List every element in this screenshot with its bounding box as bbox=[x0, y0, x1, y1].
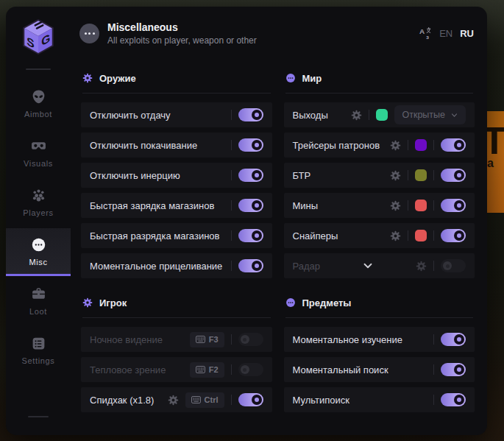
hotkey-badge[interactable]: F2 bbox=[190, 362, 224, 378]
main-panel: Miscellaneous All exploits on player, we… bbox=[71, 7, 487, 435]
toggle-knob bbox=[252, 110, 262, 120]
section-header: Предметы bbox=[285, 294, 474, 311]
feature-label: Ночное видение bbox=[90, 334, 163, 345]
toggle-switch[interactable] bbox=[238, 393, 263, 406]
feature-row: Отключить инерцию bbox=[81, 163, 272, 188]
feature-label: Отключить отдачу bbox=[90, 110, 171, 121]
color-swatch[interactable] bbox=[415, 139, 427, 151]
toggle-switch[interactable] bbox=[441, 393, 466, 406]
section-player: ИгрокНочное видениеF3Тепловое зрениеF2Сп… bbox=[81, 294, 272, 412]
feature-label: Выходы bbox=[293, 110, 328, 121]
gear-icon[interactable] bbox=[168, 395, 179, 406]
sidebar-item-loot[interactable]: Loot bbox=[6, 278, 71, 325]
section-divider bbox=[82, 317, 271, 318]
feature-label: Моментальное изучение bbox=[293, 334, 402, 345]
toggle-switch[interactable] bbox=[238, 108, 263, 121]
alien-icon bbox=[31, 89, 46, 105]
color-swatch[interactable] bbox=[376, 109, 388, 121]
toggle-switch[interactable] bbox=[441, 363, 466, 376]
hotkey-badge[interactable]: F3 bbox=[190, 332, 224, 347]
toggle-switch[interactable] bbox=[441, 229, 466, 242]
toggle-switch[interactable] bbox=[238, 138, 263, 152]
language-option-en[interactable]: EN bbox=[439, 28, 452, 39]
control-divider bbox=[433, 334, 434, 345]
row-controls bbox=[231, 199, 263, 212]
feature-label: Снайперы bbox=[293, 230, 338, 241]
row-controls bbox=[433, 393, 466, 406]
feature-row: Отключить покачивание bbox=[81, 133, 272, 158]
hotkey-label: F3 bbox=[209, 335, 219, 344]
sidebar-item-label: Aimbot bbox=[24, 110, 52, 119]
feature-row: Моментальное прицеливание bbox=[81, 253, 272, 278]
sidebar-item-label: Settings bbox=[21, 356, 54, 365]
toggle-switch[interactable] bbox=[441, 138, 466, 152]
cheat-menu-window: S G AimbotVisualsPlayersMiscLootSettings… bbox=[6, 7, 487, 435]
control-divider bbox=[231, 140, 232, 150]
sidebar-item-players[interactable]: Players bbox=[6, 179, 71, 227]
control-divider bbox=[231, 364, 232, 375]
toggle-switch[interactable] bbox=[238, 199, 263, 212]
control-divider bbox=[231, 230, 232, 241]
settings-list-icon bbox=[31, 336, 46, 351]
toggle-knob bbox=[454, 200, 464, 211]
row-controls bbox=[390, 169, 466, 182]
gear-icon[interactable] bbox=[416, 261, 427, 272]
row-controls bbox=[390, 199, 466, 212]
toggle-switch[interactable] bbox=[441, 259, 466, 272]
language-option-ru[interactable]: RU bbox=[460, 28, 474, 39]
briefcase-icon bbox=[31, 286, 46, 302]
chevron-down-icon[interactable] bbox=[361, 259, 375, 272]
toggle-switch[interactable] bbox=[238, 229, 263, 242]
control-divider bbox=[433, 200, 434, 211]
toggle-knob bbox=[443, 261, 452, 270]
toggle-switch[interactable] bbox=[238, 169, 263, 182]
toggle-knob bbox=[454, 170, 464, 180]
sidebar-item-aimbot[interactable]: Aimbot bbox=[6, 80, 71, 128]
feature-row: Радар bbox=[284, 253, 475, 278]
game-bg-letter-small: а bbox=[487, 157, 494, 170]
feature-row: Трейсеры патронов bbox=[284, 133, 475, 158]
color-swatch[interactable] bbox=[415, 200, 427, 211]
feature-row: Снайперы bbox=[284, 223, 475, 248]
row-controls bbox=[416, 259, 466, 272]
gear-icon[interactable] bbox=[390, 200, 401, 211]
sidebar-item-misc[interactable]: Misc bbox=[6, 228, 71, 276]
hotkey-label: F2 bbox=[209, 365, 219, 374]
hotkey-badge[interactable]: Ctrl bbox=[185, 392, 224, 408]
keyboard-icon bbox=[196, 336, 205, 343]
toggle-switch[interactable] bbox=[441, 169, 466, 182]
game-bg-letter: Т bbox=[486, 121, 504, 160]
toggle-knob bbox=[241, 365, 249, 374]
toggle-switch[interactable] bbox=[238, 259, 263, 272]
toggle-switch[interactable] bbox=[441, 199, 466, 212]
vr-goggles-icon bbox=[31, 138, 46, 154]
control-divider bbox=[433, 261, 434, 271]
control-divider bbox=[231, 261, 232, 271]
row-controls: Открытые bbox=[351, 105, 466, 124]
control-divider bbox=[231, 200, 232, 211]
gear-icon[interactable] bbox=[390, 170, 401, 181]
dots-blob-icon bbox=[285, 73, 296, 83]
control-divider bbox=[433, 170, 434, 180]
row-controls bbox=[231, 259, 263, 272]
sidebar-item-settings[interactable]: Settings bbox=[6, 327, 71, 375]
feature-label: Быстрая зарядка магазинов bbox=[90, 200, 214, 211]
feature-label: Быстрая разрядка магазинов bbox=[90, 230, 219, 241]
toggle-switch[interactable] bbox=[238, 363, 263, 376]
state-dropdown[interactable]: Открытые bbox=[394, 105, 466, 124]
gear-icon[interactable] bbox=[390, 230, 401, 241]
gear-icon[interactable] bbox=[351, 110, 362, 121]
gear-icon[interactable] bbox=[390, 140, 401, 151]
toggle-switch[interactable] bbox=[441, 333, 466, 346]
sidebar-item-label: Loot bbox=[29, 307, 47, 316]
feature-label: Трейсеры патронов bbox=[293, 140, 380, 151]
sidebar-item-label: Players bbox=[23, 208, 53, 217]
sidebar-item-visuals[interactable]: Visuals bbox=[6, 130, 71, 177]
section-divider bbox=[82, 93, 271, 94]
color-swatch[interactable] bbox=[415, 169, 427, 181]
feature-label: Спидхак (x1.8) bbox=[90, 395, 154, 406]
ellipsis-circle-icon bbox=[79, 24, 99, 43]
color-swatch[interactable] bbox=[415, 230, 427, 241]
control-divider bbox=[433, 395, 434, 405]
toggle-switch[interactable] bbox=[238, 333, 263, 346]
